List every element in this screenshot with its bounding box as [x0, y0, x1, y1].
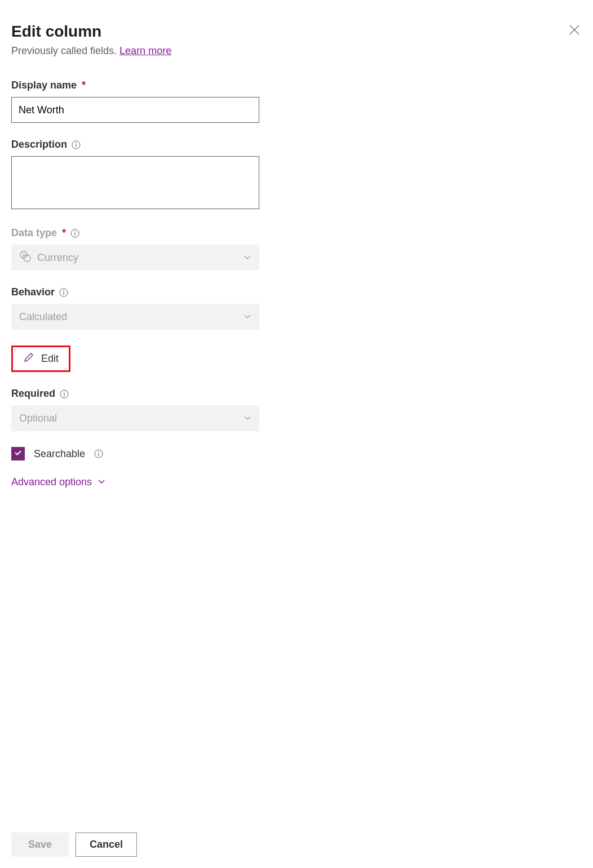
svg-point-4 [74, 231, 76, 232]
info-icon[interactable] [70, 229, 79, 238]
edit-button[interactable]: Edit [11, 346, 70, 372]
data-type-dropdown[interactable]: $ Currency [11, 245, 259, 271]
close-button[interactable] [567, 23, 582, 39]
description-label: Description [11, 139, 259, 150]
svg-point-13 [64, 391, 65, 392]
panel-subtitle: Previously called fields. Learn more [11, 45, 171, 57]
advanced-options-toggle[interactable]: Advanced options [11, 476, 105, 488]
svg-rect-5 [74, 232, 75, 235]
info-icon[interactable] [72, 140, 81, 149]
description-input[interactable] [11, 156, 259, 209]
chevron-down-icon [98, 476, 105, 488]
cancel-button[interactable]: Cancel [76, 832, 137, 857]
searchable-label: Searchable [34, 448, 85, 460]
info-icon[interactable] [94, 449, 103, 458]
svg-rect-2 [76, 144, 76, 147]
info-icon[interactable] [60, 389, 69, 398]
svg-rect-11 [63, 291, 64, 294]
svg-rect-17 [98, 453, 99, 456]
currency-icon: $ [19, 250, 32, 265]
behavior-label: Behavior [11, 286, 259, 298]
searchable-checkbox[interactable] [11, 447, 25, 460]
data-type-label: Data type * [11, 227, 259, 239]
chevron-down-icon [244, 311, 251, 323]
close-icon [569, 28, 579, 37]
behavior-dropdown[interactable]: Calculated [11, 304, 259, 330]
svg-point-1 [76, 142, 77, 143]
checkmark-icon [14, 448, 23, 459]
chevron-down-icon [244, 252, 251, 264]
display-name-input[interactable] [11, 97, 259, 123]
svg-point-16 [98, 451, 99, 453]
learn-more-link[interactable]: Learn more [120, 45, 171, 56]
panel-title: Edit column [11, 23, 171, 41]
svg-rect-14 [64, 393, 64, 396]
chevron-down-icon [244, 413, 251, 424]
svg-point-10 [63, 290, 64, 291]
display-name-label: Display name * [11, 79, 259, 91]
info-icon[interactable] [59, 288, 68, 297]
save-button[interactable]: Save [11, 832, 69, 857]
required-label: Required [11, 388, 259, 400]
pencil-icon [23, 352, 34, 366]
required-dropdown[interactable]: Optional [11, 405, 259, 431]
